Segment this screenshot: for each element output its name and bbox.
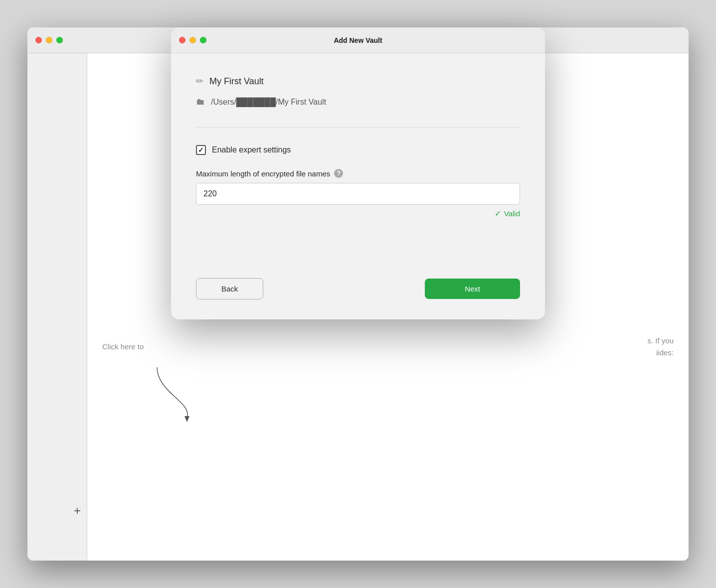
add-vault-modal: Add New Vault ✏ My First Vault 🖿 /Users/… [171,27,545,319]
modal-title: Add New Vault [334,36,382,44]
modal-minimize-button[interactable] [189,37,196,43]
checkbox-check-icon: ✓ [198,146,204,154]
add-vault-button[interactable]: + [67,501,87,521]
valid-row: ✓ Valid [196,209,520,218]
modal-maximize-button[interactable] [200,37,206,43]
bg-text-right: s. If you iides: [647,335,674,359]
drive-icon: 🖿 [196,97,205,107]
modal-titlebar: Add New Vault [171,27,545,53]
divider [196,127,520,128]
main-minimize-button[interactable] [46,37,52,43]
bg-text-right-line1: s. If you [647,336,674,345]
expert-settings-row: ✓ Enable expert settings [196,145,520,155]
pencil-icon: ✏ [196,76,203,87]
help-icon[interactable]: ? [334,169,343,178]
valid-check-icon: ✓ [495,209,501,218]
svg-marker-0 [184,416,189,422]
valid-text: Valid [504,209,520,218]
main-close-button[interactable] [35,37,42,43]
modal-close-button[interactable] [179,37,185,43]
bg-text-right-line2: iides: [656,348,674,357]
add-icon: + [74,504,81,518]
main-maximize-button[interactable] [56,37,63,43]
bg-text-left: Click here to [102,342,144,351]
modal-body: ✏ My First Vault 🖿 /Users/███████/My Fir… [171,53,545,278]
max-filename-label: Maximum length of encrypted file names [196,169,330,178]
sidebar [27,53,87,561]
expert-settings-label: Enable expert settings [212,146,291,154]
expert-settings-checkbox[interactable]: ✓ [196,145,206,155]
help-icon-text: ? [337,170,341,177]
max-filename-input[interactable] [196,183,520,205]
field-label-row: Maximum length of encrypted file names ? [196,169,520,178]
vault-name: My First Vault [209,76,264,87]
vault-path: /Users/███████/My First Vault [211,98,326,107]
modal-traffic-lights [179,37,206,43]
vault-name-row: ✏ My First Vault [196,76,520,87]
arrow-decoration [152,362,202,422]
vault-path-row: 🖿 /Users/███████/My First Vault [196,97,520,107]
modal-footer: Back Next [171,278,545,319]
back-button[interactable]: Back [196,278,263,299]
next-button[interactable]: Next [425,279,520,299]
